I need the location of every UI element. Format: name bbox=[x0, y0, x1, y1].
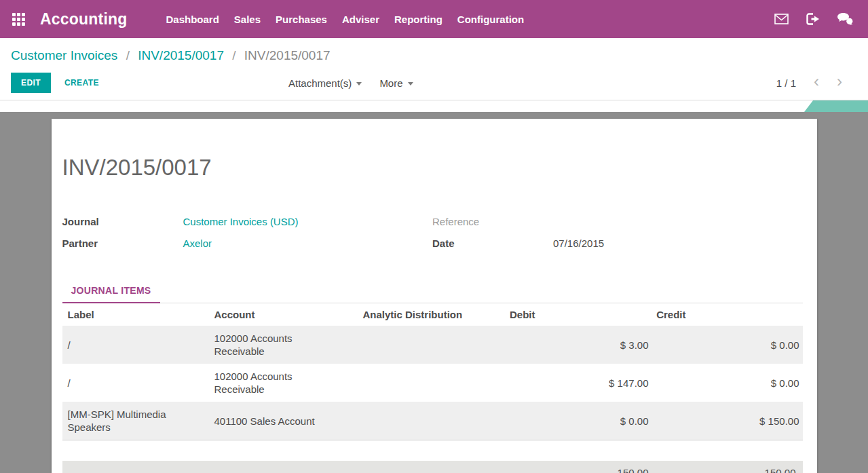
header-account: Account bbox=[214, 303, 363, 326]
logout-button[interactable] bbox=[806, 13, 820, 25]
total-credit: 150.00 bbox=[649, 467, 799, 473]
tab-journal-items[interactable]: JOURNAL ITEMS bbox=[62, 285, 160, 303]
field-partner: Partner Axelor bbox=[62, 232, 433, 254]
cell-analytic bbox=[363, 326, 478, 364]
content-area: INV/2015/0017 Journal Customer Invoices … bbox=[0, 112, 868, 473]
sign-out-icon bbox=[806, 13, 820, 25]
top-navbar: Accounting Dashboard Sales Purchases Adv… bbox=[0, 0, 868, 38]
cell-credit: $ 150.00 bbox=[649, 402, 803, 440]
cell-label: / bbox=[62, 364, 214, 402]
apps-grid-icon[interactable] bbox=[12, 13, 25, 26]
nav-dashboard[interactable]: Dashboard bbox=[159, 0, 227, 38]
control-panel-buttons: EDIT CREATE Attachment(s) More 1 / 1 ‹ › bbox=[11, 73, 857, 93]
nav-adviser[interactable]: Adviser bbox=[335, 0, 387, 38]
edit-button[interactable]: EDIT bbox=[11, 73, 51, 93]
partner-value-link[interactable]: Axelor bbox=[183, 238, 212, 249]
journal-label: Journal bbox=[62, 216, 183, 227]
pager: 1 / 1 ‹ › bbox=[776, 75, 842, 91]
field-column-left: Journal Customer Invoices (USD) Partner … bbox=[62, 210, 433, 254]
messages-button[interactable] bbox=[774, 14, 789, 24]
nav-sales[interactable]: Sales bbox=[227, 0, 268, 38]
header-credit: Credit bbox=[649, 303, 803, 326]
control-panel-dropdowns: Attachment(s) More bbox=[288, 77, 413, 89]
pager-count: 1 / 1 bbox=[776, 77, 796, 89]
partner-label: Partner bbox=[62, 238, 183, 249]
statusbar bbox=[0, 100, 868, 112]
app-title: Accounting bbox=[40, 10, 128, 29]
attachments-dropdown[interactable]: Attachment(s) bbox=[288, 77, 362, 89]
invoice-number-title: INV/2015/0017 bbox=[62, 119, 803, 179]
field-journal: Journal Customer Invoices (USD) bbox=[62, 210, 433, 232]
chevron-down-icon bbox=[356, 82, 362, 86]
table-row[interactable]: / 102000 Accounts Receivable $ 147.00 $ … bbox=[62, 364, 803, 402]
chat-button[interactable] bbox=[837, 13, 853, 25]
field-reference: Reference bbox=[432, 210, 803, 232]
notebook-tabs: JOURNAL ITEMS bbox=[62, 284, 803, 303]
chat-bubbles-icon bbox=[837, 13, 853, 25]
breadcrumb-customer-invoices[interactable]: Customer Invoices bbox=[11, 48, 117, 62]
envelope-icon bbox=[774, 14, 789, 24]
cell-debit: $ 147.00 bbox=[478, 364, 649, 402]
cell-analytic bbox=[363, 402, 478, 440]
breadcrumb-invoice-parent[interactable]: INV/2015/0017 bbox=[138, 48, 224, 62]
table-row[interactable]: [MM-SPK] Multimedia Speakers 401100 Sale… bbox=[62, 402, 803, 440]
navbar-right-icons bbox=[774, 13, 853, 25]
cell-account: 401100 Sales Account bbox=[214, 402, 363, 440]
status-stage-arrow bbox=[804, 100, 868, 112]
nav-purchases[interactable]: Purchases bbox=[268, 0, 335, 38]
date-label: Date bbox=[432, 238, 553, 249]
breadcrumb-current: INV/2015/0017 bbox=[244, 48, 331, 62]
cell-account: 102000 Accounts Receivable bbox=[214, 364, 363, 402]
attachments-dropdown-label: Attachment(s) bbox=[288, 77, 352, 89]
pager-next-button[interactable]: › bbox=[837, 75, 842, 91]
table-row[interactable]: / 102000 Accounts Receivable $ 3.00 $ 0.… bbox=[62, 326, 803, 364]
field-date: Date 07/16/2015 bbox=[432, 232, 803, 254]
cell-debit: $ 0.00 bbox=[478, 402, 649, 440]
cell-credit: $ 0.00 bbox=[649, 326, 803, 364]
journal-items-table: Label Account Analytic Distribution Debi… bbox=[62, 303, 803, 440]
header-debit: Debit bbox=[478, 303, 649, 326]
cell-debit: $ 3.00 bbox=[478, 326, 649, 364]
cell-analytic bbox=[363, 364, 478, 402]
cell-label: [MM-SPK] Multimedia Speakers bbox=[62, 402, 214, 440]
total-debit: 150.00 bbox=[62, 467, 649, 473]
control-panel: Customer Invoices / INV/2015/0017 / INV/… bbox=[0, 38, 868, 100]
form-sheet: INV/2015/0017 Journal Customer Invoices … bbox=[52, 119, 817, 473]
main-menu: Dashboard Sales Purchases Adviser Report… bbox=[159, 0, 532, 38]
totals-row: 150.00 150.00 bbox=[62, 461, 803, 473]
chevron-down-icon bbox=[408, 82, 413, 86]
table-header-row: Label Account Analytic Distribution Debi… bbox=[62, 303, 803, 326]
date-value: 07/16/2015 bbox=[553, 238, 604, 249]
field-group: Journal Customer Invoices (USD) Partner … bbox=[62, 210, 803, 254]
cell-credit: $ 0.00 bbox=[649, 364, 803, 402]
header-analytic-distribution: Analytic Distribution bbox=[363, 303, 478, 326]
breadcrumb: Customer Invoices / INV/2015/0017 / INV/… bbox=[11, 48, 857, 64]
header-label: Label bbox=[62, 303, 214, 326]
pager-previous-button[interactable]: ‹ bbox=[814, 75, 819, 91]
reference-label: Reference bbox=[432, 216, 553, 227]
cell-account: 102000 Accounts Receivable bbox=[214, 326, 363, 364]
cell-label: / bbox=[62, 326, 214, 364]
journal-value-link[interactable]: Customer Invoices (USD) bbox=[183, 216, 299, 227]
more-dropdown-label: More bbox=[379, 77, 402, 89]
more-dropdown[interactable]: More bbox=[379, 77, 413, 89]
breadcrumb-separator: / bbox=[232, 48, 235, 62]
nav-configuration[interactable]: Configuration bbox=[450, 0, 531, 38]
create-button[interactable]: CREATE bbox=[64, 78, 99, 88]
nav-reporting[interactable]: Reporting bbox=[387, 0, 450, 38]
field-column-right: Reference Date 07/16/2015 bbox=[432, 210, 803, 254]
breadcrumb-separator: / bbox=[126, 48, 130, 62]
